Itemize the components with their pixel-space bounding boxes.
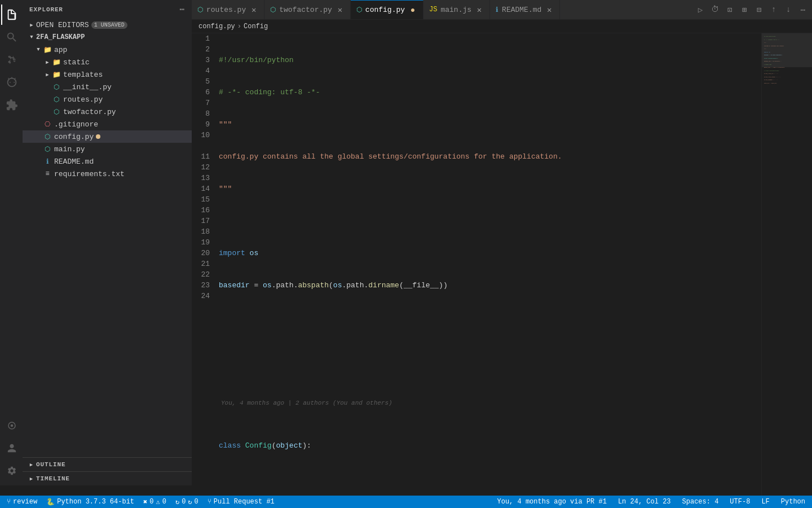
spaces-label: Spaces: 4 [682,498,719,506]
run-debug-icon[interactable] [1,72,21,93]
readme-tab-icon: ℹ [496,6,498,14]
line-num-17: 17 [192,216,210,226]
python-label: Python 3.7.3 64-bit [57,498,134,506]
routes-tab-close[interactable]: ✕ [249,5,258,14]
outline-arrow: ▶ [27,460,36,469]
sync-icon2: ↻ [188,498,192,506]
readme-tab-close[interactable]: ✕ [545,5,554,14]
tab-twofactor[interactable]: ⬡ twofactor.py ✕ [264,0,351,20]
sidebar-item-static[interactable]: ▶ 📁 static [23,56,192,68]
language-status[interactable]: Python [779,496,807,508]
spaces-status[interactable]: Spaces: 4 [680,496,721,508]
tab-routes[interactable]: ⬡ routes.py ✕ [192,0,264,20]
config-tab-label: config.py [365,6,405,14]
sidebar-item-routes[interactable]: ▶ ⬡ routes.py [23,93,192,106]
line-num-13: 13 [192,173,210,183]
python-status[interactable]: 🐍 Python 3.7.3 64-bit [44,496,136,508]
more-actions[interactable]: ⋯ [796,3,810,16]
code-line-12 [217,472,761,483]
errors-status[interactable]: ✖ 0 ⚠ 0 [141,496,169,508]
breadcrumb-file[interactable]: config.py [198,23,235,30]
config-tab-modified[interactable]: ● [408,6,417,15]
search-icon[interactable] [1,27,21,47]
twofactor-label: twofactor.py [63,108,116,116]
sidebar-item-main[interactable]: ▶ ⬡ main.py [23,143,192,155]
tab-config[interactable]: ⬡ config.py ● [351,0,423,20]
outline-header[interactable]: ▶ OUTLINE [23,458,192,471]
diff-action[interactable]: ⊟ [752,3,766,16]
prev-change[interactable]: ↑ [767,3,780,16]
mainjs-tab-close[interactable]: ✕ [475,5,484,14]
line-num-11b: 11 [192,151,210,162]
line-num-7: 7 [192,98,210,108]
code-line-8: basedir = os.path.abspath(os.path.dirnam… [217,280,761,291]
new-file-icon[interactable]: ⋯ [180,5,185,14]
encoding-status[interactable]: UTF-8 [727,496,752,508]
code-line-11: class Config(object): [217,440,761,451]
extensions-icon[interactable] [1,95,21,115]
editor-content[interactable]: 1 2 3 4 5 6 7 8 9 10 11 12 13 1 [192,33,761,496]
blame-status[interactable]: You, 4 months ago via PR #1 [495,496,608,508]
sidebar-item-templates[interactable]: ▶ 📁 templates [23,68,192,81]
remote-icon[interactable] [1,415,21,436]
next-change[interactable]: ↓ [782,3,795,16]
files-icon[interactable] [1,5,21,25]
line-num-15: 15 [192,194,210,205]
project-folder-header[interactable]: ▼ 2FA_FLASKAPP [23,31,192,43]
git-blame-row: You, 4 months ago | 2 authors (You and o… [217,398,761,408]
timeline-header[interactable]: ▶ TIMELINE [23,472,192,485]
line-num-24: 24 [192,291,210,301]
run-action[interactable]: ▷ [694,3,707,16]
explorer-header-icons: ⋯ [180,5,185,14]
layout-action[interactable]: ⊞ [738,3,751,16]
project-name: 2FA_FLASKAPP [36,33,85,41]
code-line-7: import os [217,248,761,259]
source-control-icon[interactable] [1,50,21,70]
gitignore-icon: ⎔ [43,120,52,129]
sidebar-item-config[interactable]: ▶ ⬡ config.py [23,130,192,143]
code-line-6 [217,216,761,226]
tab-mainjs[interactable]: JS main.js ✕ [423,0,490,20]
breadcrumb-symbol[interactable]: Config [244,23,268,30]
sidebar-item-gitignore[interactable]: ▶ ⎔ .gitignore [23,118,192,130]
line-num-16: 16 [192,205,210,216]
code-line-3: """ [217,119,761,130]
line-num-10: 10 [192,130,210,141]
tab-readme[interactable]: ℹ README.md ✕ [490,0,560,20]
open-editors-header[interactable]: ▶ OPEN EDITORS 1 UNSAVED [23,19,192,31]
twofactor-tab-close[interactable]: ✕ [336,5,345,14]
static-folder-arrow: ▶ [43,58,52,67]
breadcrumb-separator: › [237,23,241,30]
sync-status[interactable]: ↻ 0 ↻ 0 [173,496,201,508]
sidebar-item-app[interactable]: ▼ 📁 app [23,43,192,56]
status-bar-right: You, 4 months ago via PR #1 Ln 24, Col 2… [495,496,807,508]
routes-icon: ⬡ [52,95,61,104]
git-blame-text: You, 4 months ago | 2 authors (You and o… [219,398,392,408]
code-area[interactable]: #!/usr/bin/python # -*- coding: utf-8 -*… [217,33,761,496]
pull-request-status[interactable]: ⑂ Pull Request #1 [205,496,277,508]
blame-label: You, 4 months ago via PR #1 [497,498,606,506]
branch-status[interactable]: ⑂ review [5,496,39,508]
tab-bar-actions: ▷ ⏱ ⊡ ⊞ ⊟ ↑ ↓ ⋯ [694,3,812,16]
warning-icon: ⚠ [156,498,160,506]
sidebar-item-init[interactable]: ▶ ⬡ __init__.py [23,81,192,93]
templates-folder-arrow: ▶ [43,70,52,79]
line-num-23: 23 [192,280,210,291]
accounts-icon[interactable] [1,438,21,458]
line-col-status[interactable]: Ln 24, Col 23 [616,496,673,508]
line-num-9: 9 [192,119,210,130]
history-action[interactable]: ⏱ [708,3,722,16]
settings-icon[interactable] [1,461,21,481]
sidebar-item-requirements[interactable]: ▶ ≡ requirements.txt [23,168,192,180]
branch-label: review [13,498,37,506]
line-num-2: 2 [192,44,210,55]
split-action[interactable]: ⊡ [723,3,736,16]
line-num-21: 21 [192,259,210,269]
readme-icon: ℹ [43,157,52,166]
line-ending-status[interactable]: LF [759,496,771,508]
code-line-9 [217,312,761,323]
code-line-2: # -*- coding: utf-8 -*- [217,87,761,98]
sidebar-item-readme[interactable]: ▶ ℹ README.md [23,155,192,168]
sidebar-item-twofactor[interactable]: ▶ ⬡ twofactor.py [23,106,192,118]
project-arrow: ▼ [27,33,36,42]
